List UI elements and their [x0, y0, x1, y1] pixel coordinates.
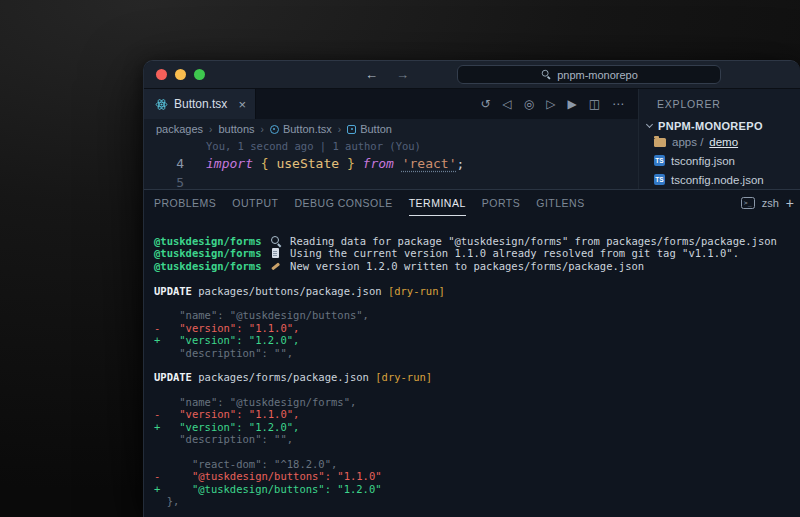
terminal-line: UPDATE packages/forms/package.json [dry-… [154, 371, 800, 383]
terminal-text: packages/forms/package.json [192, 371, 375, 383]
breadcrumb-label: Button [360, 123, 392, 135]
gitlens-blame: You, 1 second ago | 1 author (You) [144, 139, 638, 154]
terminal-line [154, 297, 800, 309]
explorer-item-demo[interactable]: apps / demo [639, 132, 800, 151]
breadcrumb-separator: › [338, 124, 341, 135]
terminal-text: "description": "", [154, 433, 293, 445]
breadcrumb-separator: › [261, 124, 264, 135]
breadcrumb-separator: › [209, 124, 212, 135]
window-controls [156, 69, 205, 80]
terminal-text: [dry-run] [388, 285, 445, 297]
terminal-line: "react-dom": "^18.2.0", [154, 458, 800, 470]
terminal-text: "name": "@tuskdesign/buttons", [154, 309, 369, 321]
maximize-window-button[interactable] [194, 69, 205, 80]
terminal-output[interactable]: @tuskdesign/forms Reading data for packa… [144, 216, 800, 517]
forward-button[interactable]: → [396, 67, 409, 82]
terminal-line: "name": "@tuskdesign/buttons", [154, 309, 800, 321]
terminal-text: + "version": "1.2.0", [154, 334, 299, 346]
terminal-text: }, [154, 495, 179, 507]
run-icon[interactable]: ▶ [567, 97, 576, 111]
breadcrumb-item-packages[interactable]: packages [156, 123, 203, 135]
editor-actions: ↺◁◎▷▶◫⋯ [480, 97, 638, 111]
ts-icon: TS [654, 155, 665, 166]
history-nav: ← → [365, 67, 409, 82]
terminal-line: "description": "", [154, 433, 800, 445]
terminal-shell-icon: >_ [741, 197, 755, 209]
explorer-sidebar: EXPLORER PNPM-MONOREPO apps / demoTStsco… [638, 89, 800, 189]
next-change-icon[interactable]: ▷ [546, 97, 555, 111]
more-actions-icon[interactable]: ⋯ [612, 97, 624, 111]
terminal-text: + "@tuskdesign/buttons": "1.2.0" [154, 483, 382, 495]
timeline-icon[interactable]: ↺ [480, 97, 490, 111]
breadcrumb-item-button[interactable]: Button [347, 123, 392, 135]
split-editor-icon[interactable]: ◫ [589, 97, 600, 111]
explorer-title: EXPLORER [639, 89, 800, 119]
breadcrumb-label: Button.tsx [283, 123, 332, 135]
react-file-icon [270, 125, 279, 134]
bottom-panel: PROBLEMSOUTPUTDEBUG CONSOLETERMINALPORTS… [144, 189, 800, 517]
terminal-text: @tuskdesign/forms [154, 235, 261, 247]
explorer-item-tsconfig-node-json[interactable]: TStsconfig.node.json [639, 170, 800, 189]
panel-tab-bar: PROBLEMSOUTPUTDEBUG CONSOLETERMINALPORTS… [144, 190, 800, 216]
terminal-text [261, 260, 267, 272]
terminal-line [154, 272, 800, 284]
breadcrumb-item-button-tsx[interactable]: Button.tsx [270, 123, 332, 135]
terminal-text: packages/buttons/package.json [192, 285, 388, 297]
panel-tab-output[interactable]: OUTPUT [232, 190, 278, 216]
pen-icon [270, 261, 282, 272]
code-line-content: import { useState } from 'react'; [184, 154, 464, 173]
breadcrumb: packages›buttons›Button.tsx›Button [144, 119, 638, 139]
close-tab-icon[interactable]: × [238, 97, 246, 112]
breadcrumb-item-buttons[interactable]: buttons [218, 123, 254, 135]
panel-tab-ports[interactable]: PORTS [482, 190, 520, 216]
panel-tab-problems[interactable]: PROBLEMS [154, 190, 216, 216]
item-label: demo [709, 136, 738, 148]
doc-icon [270, 248, 282, 259]
panel-controls: >_ zsh + [741, 195, 794, 211]
terminal-line [154, 384, 800, 396]
item-label: tsconfig.node.json [671, 174, 764, 186]
blame-text: You, 1 second ago | 1 author (You) [206, 140, 421, 152]
compare-changes-icon[interactable]: ◎ [524, 97, 534, 111]
terminal-line: - "version": "1.1.0", [154, 322, 800, 334]
editor-column: Button.tsx × ↺◁◎▷▶◫⋯ packages›buttons›Bu… [144, 89, 638, 189]
terminal-line: "description": "", [154, 347, 800, 359]
tab-button-tsx[interactable]: Button.tsx × [144, 89, 256, 119]
code-token: 'react' [402, 156, 457, 171]
code-token [394, 156, 402, 171]
terminal-line: }, [154, 495, 800, 507]
panel-tab-gitlens[interactable]: GITLENS [536, 190, 584, 216]
terminal-text [261, 247, 267, 259]
code-token [253, 156, 261, 171]
code-line-partial: 5 [144, 173, 638, 189]
terminal-text: [dry-run] [375, 371, 432, 383]
terminal-line: + "version": "1.2.0", [154, 421, 800, 433]
terminal-text: "name": "@tuskdesign/forms", [154, 396, 356, 408]
terminal-line: + "version": "1.2.0", [154, 334, 800, 346]
code-line: 4 import { useState } from 'react'; [144, 154, 638, 173]
command-center-search[interactable]: pnpm-monorepo [457, 65, 721, 84]
shell-label: zsh [762, 197, 779, 209]
panel-tab-terminal[interactable]: TERMINAL [409, 190, 466, 216]
terminal-text: Using the current version 1.1.0 already … [284, 247, 739, 259]
previous-change-icon[interactable]: ◁ [502, 97, 511, 111]
terminal-text: UPDATE [154, 371, 192, 383]
terminal-line: @tuskdesign/forms New version 1.2.0 writ… [154, 260, 800, 272]
terminal-text: + "version": "1.2.0", [154, 421, 299, 433]
explorer-section-pnpm-monorepo[interactable]: PNPM-MONOREPO [639, 119, 800, 132]
line-number: 4 [144, 154, 184, 173]
explorer-item-tsconfig-json[interactable]: TStsconfig.json [639, 151, 800, 170]
item-label: tsconfig.json [671, 155, 735, 167]
search-icon [270, 236, 282, 247]
section-label: PNPM-MONOREPO [658, 120, 763, 132]
ts-icon: TS [654, 174, 665, 185]
editor-area[interactable]: You, 1 second ago | 1 author (You) 4 imp… [144, 139, 638, 189]
terminal-line: + "@tuskdesign/buttons": "1.2.0" [154, 483, 800, 495]
panel-tab-debug-console[interactable]: DEBUG CONSOLE [295, 190, 393, 216]
minimize-window-button[interactable] [175, 69, 186, 80]
new-terminal-button[interactable]: + [786, 195, 794, 211]
titlebar: ← → pnpm-monorepo [144, 61, 800, 89]
back-button[interactable]: ← [365, 67, 378, 82]
terminal-line: @tuskdesign/forms Using the current vers… [154, 247, 800, 259]
close-window-button[interactable] [156, 69, 167, 80]
